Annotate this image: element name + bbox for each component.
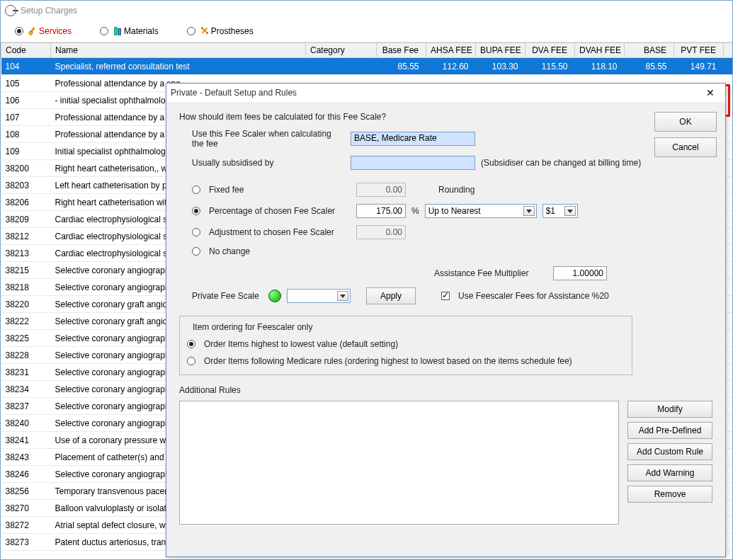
column-header[interactable]: PVT FEE bbox=[674, 43, 724, 58]
ordering-opt1[interactable]: Order Items highest to lowest value (def… bbox=[204, 339, 398, 349]
rounding-unit-select[interactable]: $1 bbox=[542, 204, 578, 218]
materials-icon bbox=[113, 26, 123, 36]
afm-input[interactable] bbox=[553, 266, 607, 280]
adjustment-input bbox=[356, 225, 406, 239]
type-tabs: Services Materials Prostheses bbox=[1, 21, 732, 42]
code-cell: 107 bbox=[1, 109, 51, 126]
code-cell: 38243 bbox=[1, 449, 51, 466]
column-header[interactable]: DVAH FEE bbox=[575, 43, 625, 58]
window-titlebar: Setup Charges bbox=[1, 1, 732, 21]
svg-point-5 bbox=[205, 32, 208, 35]
code-cell: 38234 bbox=[1, 381, 51, 398]
code-cell: 108 bbox=[1, 126, 51, 143]
services-icon bbox=[28, 26, 38, 36]
window-title: Setup Charges bbox=[21, 6, 77, 16]
value-cell bbox=[724, 58, 733, 75]
rules-listbox[interactable] bbox=[179, 401, 619, 525]
column-header[interactable]: BUPA FEE bbox=[476, 43, 525, 58]
code-cell: 38222 bbox=[1, 313, 51, 330]
radio-icon[interactable] bbox=[187, 357, 195, 365]
column-header[interactable]: Code bbox=[1, 43, 51, 58]
dialog-titlebar: Private - Default Setup and Rules ✕ bbox=[166, 84, 725, 102]
value-cell: 85.55 bbox=[625, 58, 674, 75]
code-cell: 38220 bbox=[1, 296, 51, 313]
dialog-action-column: OK Cancel bbox=[654, 112, 717, 157]
question-label: How should item fees be calculated for t… bbox=[179, 112, 712, 122]
use-feescaler-assist-label[interactable]: Use Feescaler Fees for Assistance %20 bbox=[458, 291, 609, 301]
pfs-label: Private Fee Scale bbox=[192, 291, 263, 301]
code-cell: 38218 bbox=[1, 279, 51, 296]
code-cell: 38203 bbox=[1, 177, 51, 194]
radio-icon[interactable] bbox=[192, 207, 200, 215]
no-change-option[interactable]: No change bbox=[209, 246, 250, 256]
code-cell: 38215 bbox=[1, 262, 51, 279]
radio-icon bbox=[15, 27, 23, 35]
code-cell: 109 bbox=[1, 143, 51, 160]
rounding-mode-value: Up to Nearest bbox=[428, 206, 481, 216]
chevron-down-icon bbox=[337, 291, 348, 301]
dialog-title: Private - Default Setup and Rules bbox=[171, 88, 700, 98]
code-cell: 38213 bbox=[1, 245, 51, 262]
radio-icon[interactable] bbox=[187, 340, 195, 348]
code-cell: 38209 bbox=[1, 211, 51, 228]
value-cell bbox=[306, 58, 377, 75]
code-cell: 38228 bbox=[1, 347, 51, 364]
prostheses-icon bbox=[200, 26, 210, 36]
fee-scaler-field[interactable]: BASE, Medicare Rate bbox=[351, 132, 475, 146]
code-cell: 105 bbox=[1, 75, 51, 92]
add-predefined-button[interactable]: Add Pre-Defined bbox=[627, 422, 712, 439]
modify-button[interactable]: Modify bbox=[627, 401, 712, 418]
column-header[interactable]: Base Fee bbox=[377, 43, 426, 58]
private-rules-dialog: Private - Default Setup and Rules ✕ OK C… bbox=[166, 83, 726, 557]
tab-prostheses[interactable]: Prostheses bbox=[187, 26, 254, 36]
radio-icon[interactable] bbox=[192, 247, 200, 256]
ordering-title: Item ordering for Feescaler only bbox=[190, 322, 315, 332]
value-cell: 149.71 bbox=[674, 58, 724, 75]
key-icon bbox=[5, 5, 16, 16]
svg-rect-3 bbox=[118, 29, 121, 35]
code-cell: 38225 bbox=[1, 330, 51, 347]
code-cell: 38212 bbox=[1, 228, 51, 245]
fixed-fee-option[interactable]: Fixed fee bbox=[209, 185, 351, 195]
pfs-select[interactable] bbox=[287, 289, 351, 303]
rules-button-column: Modify Add Pre-Defined Add Custom Rule A… bbox=[627, 401, 712, 525]
remove-button[interactable]: Remove bbox=[627, 486, 712, 503]
code-cell: 38246 bbox=[1, 466, 51, 483]
adjustment-option[interactable]: Adjustment to chosen Fee Scaler bbox=[209, 227, 351, 237]
add-warning-button[interactable]: Add Warning bbox=[627, 464, 712, 481]
close-button[interactable]: ✕ bbox=[700, 87, 721, 98]
rounding-mode-select[interactable]: Up to Nearest bbox=[425, 204, 537, 218]
percentage-option[interactable]: Percentage of chosen Fee Scaler bbox=[209, 206, 351, 216]
cancel-button[interactable]: Cancel bbox=[654, 137, 717, 157]
tab-services[interactable]: Services bbox=[15, 26, 72, 36]
apply-button[interactable]: Apply bbox=[366, 287, 416, 304]
value-cell: 118.10 bbox=[575, 58, 625, 75]
add-custom-rule-button[interactable]: Add Custom Rule bbox=[627, 443, 712, 460]
radio-icon[interactable] bbox=[192, 185, 200, 194]
column-header[interactable]: Name bbox=[51, 43, 306, 58]
pfs-go-icon[interactable] bbox=[268, 290, 281, 302]
code-cell: 104 bbox=[1, 58, 51, 75]
subsidiser-field[interactable] bbox=[351, 156, 475, 170]
radio-icon[interactable] bbox=[192, 228, 200, 236]
column-header[interactable]: BASE bbox=[625, 43, 674, 58]
afm-label: Assistance Fee Multiplier bbox=[434, 268, 547, 278]
column-header[interactable]: Category bbox=[306, 43, 377, 58]
column-header[interactable]: DVA FEE bbox=[525, 43, 575, 58]
checkbox-icon[interactable] bbox=[441, 292, 450, 300]
value-cell: 115.50 bbox=[525, 58, 575, 75]
column-header[interactable]: AHSA FEE bbox=[426, 43, 476, 58]
code-cell: 38200 bbox=[1, 160, 51, 177]
table-row[interactable]: 104Specialist, referred consultation tes… bbox=[1, 58, 733, 75]
subsidised-label: Usually subsidised by bbox=[192, 158, 345, 168]
ordering-opt2[interactable]: Order Items following Medicare rules (or… bbox=[204, 356, 572, 366]
tab-materials[interactable]: Materials bbox=[100, 26, 159, 36]
value-cell: 85.55 bbox=[377, 58, 426, 75]
column-header[interactable]: S bbox=[724, 43, 733, 58]
code-cell: 38273 bbox=[1, 534, 51, 551]
tab-label: Materials bbox=[124, 26, 159, 36]
percentage-input[interactable] bbox=[356, 204, 406, 218]
dialog-body: OK Cancel How should item fees be calcul… bbox=[166, 102, 725, 556]
ok-button[interactable]: OK bbox=[654, 112, 717, 132]
radio-icon bbox=[100, 27, 108, 35]
